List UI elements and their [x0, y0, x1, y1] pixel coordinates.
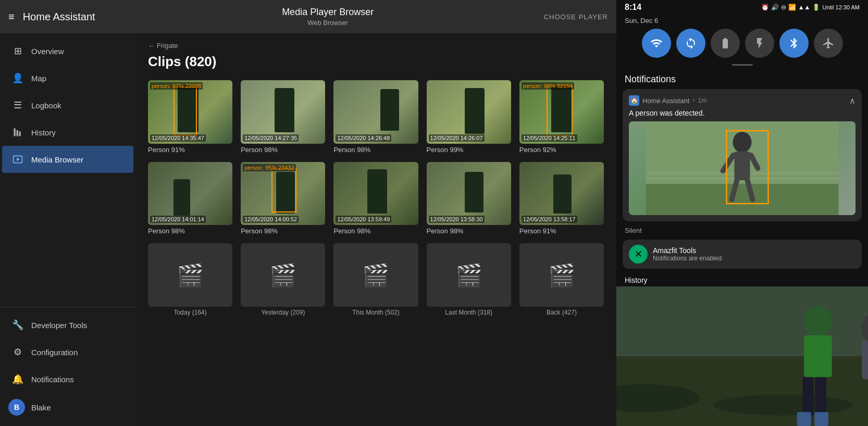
- dnd-icon: ⊖: [781, 4, 786, 11]
- player-title: Media Player Browser: [112, 7, 544, 18]
- svg-rect-21: [804, 335, 832, 377]
- battery-icon: 🔋: [812, 4, 820, 11]
- amazfit-title: Amazfit Tools: [653, 246, 855, 255]
- svg-point-20: [804, 306, 832, 337]
- quick-tile-battery-saver[interactable]: [711, 29, 740, 58]
- clip-card-4[interactable]: 12/05/2020 14:26:07 Person 99%: [427, 80, 511, 154]
- sidebar-label-history: History: [31, 128, 56, 137]
- sidebar-label-notifications: Notifications: [31, 375, 74, 384]
- sidebar-item-map[interactable]: 👤 Map: [2, 65, 133, 92]
- app-title: Home Assistant: [23, 11, 95, 23]
- clip-thumb-7: person: 95% 23432 12/05/2020 14:00:52: [241, 162, 325, 225]
- android-bg-bottom: [616, 286, 868, 426]
- quick-tile-flashlight[interactable]: [745, 29, 774, 58]
- clip-card-1[interactable]: person: 97% 29988 12/05/2020 14:35:47 Pe…: [148, 80, 232, 154]
- svg-rect-25: [862, 341, 868, 380]
- clip-thumb-2: 12/05/2020 14:27:35: [241, 80, 325, 144]
- amazfit-notification-card[interactable]: ✕ Amazfit Tools Notifications are enable…: [623, 240, 862, 269]
- quick-tile-sync[interactable]: [676, 29, 705, 58]
- clip-label-12: Yesterday (209): [241, 309, 325, 316]
- clip-label-7: Person 98%: [241, 227, 325, 235]
- back-link[interactable]: Frigate: [148, 42, 604, 49]
- clip-card-15[interactable]: 🎬 Back (427): [519, 243, 604, 316]
- battery-time: Until 12:30 AM: [822, 4, 860, 10]
- clip-card-8[interactable]: 12/05/2020 13:59:49 Person 98%: [333, 162, 418, 235]
- clip-card-7[interactable]: person: 95% 23432 12/05/2020 14:00:52 Pe…: [241, 162, 325, 235]
- ha-content: Frigate Clips (820) person: 97% 29988 12…: [135, 33, 616, 426]
- clip-card-3[interactable]: 12/05/2020 14:26:48 Person 98%: [333, 80, 418, 154]
- clip-label-13: This Month (502): [333, 309, 418, 316]
- sidebar-item-history[interactable]: History: [2, 119, 133, 146]
- android-date-bar: Sun, Dec 6: [616, 15, 868, 29]
- clip-thumb-8: 12/05/2020 13:59:49: [333, 162, 418, 225]
- quick-tile-airplane[interactable]: [814, 29, 843, 58]
- clip-card-2[interactable]: 12/05/2020 14:27:35 Person 98%: [241, 80, 325, 154]
- video-icon-12: 🎬: [269, 262, 296, 288]
- sidebar-label-media-browser: Media Browser: [31, 155, 83, 164]
- clip-thumb-13: 🎬: [333, 243, 418, 307]
- svg-rect-22: [802, 377, 813, 416]
- sidebar-item-configuration[interactable]: ⚙ Configuration: [2, 339, 133, 366]
- sidebar-item-notifications[interactable]: 🔔 Notifications: [2, 366, 133, 393]
- clip-thumb-5: person: 96% 32154 12/05/2020 14:25:11: [519, 80, 604, 144]
- clip-card-5[interactable]: person: 96% 32154 12/05/2020 14:25:11 Pe…: [519, 80, 604, 154]
- map-icon: 👤: [10, 71, 25, 85]
- android-date: Sun, Dec 6: [625, 17, 658, 24]
- amazfit-texts: Amazfit Tools Notifications are enabled: [653, 246, 855, 262]
- quick-tile-bluetooth[interactable]: [779, 29, 809, 58]
- history-label: History: [616, 271, 868, 286]
- notifications-icon: 🔔: [10, 372, 25, 386]
- clip-thumb-12: 🎬: [241, 243, 325, 307]
- clip-label-2: Person 98%: [241, 146, 325, 154]
- menu-icon[interactable]: ≡: [8, 11, 15, 23]
- android-panel: 8:14 ⏰ 🔊 ⊖ 📶 ▲▲ 🔋 Until 12:30 AM Sun, De…: [616, 0, 868, 426]
- logbook-icon: ☰: [10, 98, 25, 112]
- clip-label-3: Person 98%: [333, 146, 418, 154]
- svg-rect-27: [814, 412, 828, 426]
- choose-player-button[interactable]: CHOOSE PLAYER: [544, 13, 608, 21]
- clip-label-6: Person 98%: [148, 227, 232, 235]
- volume-icon: 🔊: [771, 4, 779, 11]
- clip-label-10: Person 91%: [519, 227, 604, 235]
- clip-card-6[interactable]: 12/05/2020 14:01:14 Person 98%: [148, 162, 232, 235]
- svg-rect-1: [17, 130, 18, 136]
- sidebar-label-logbook: Logbook: [31, 101, 61, 110]
- wifi-icon: 📶: [788, 4, 796, 11]
- clip-card-9[interactable]: 12/05/2020 13:58:30 Person 98%: [427, 162, 511, 235]
- clips-title: Clips (820): [148, 54, 604, 70]
- clip-label-14: Last Month (318): [427, 309, 511, 316]
- media-browser-icon: [10, 152, 25, 167]
- clip-card-10[interactable]: 12/05/2020 13:58:17 Person 91%: [519, 162, 604, 235]
- sidebar-item-media-browser[interactable]: Media Browser: [2, 146, 133, 173]
- clip-thumb-15: 🎬: [519, 243, 604, 307]
- ha-user[interactable]: B Blake: [0, 393, 135, 422]
- sidebar-item-overview[interactable]: ⊞ Overview: [2, 37, 133, 65]
- notif-expand-icon[interactable]: ∧: [849, 96, 855, 106]
- ha-notif-icon: 🏠: [629, 95, 639, 106]
- clip-thumb-11: 🎬: [148, 243, 232, 307]
- ha-sidebar: ⊞ Overview 👤 Map ☰ Logbook History: [0, 33, 135, 426]
- sidebar-item-logbook[interactable]: ☰ Logbook: [2, 92, 133, 119]
- android-ha-notification-card[interactable]: 🏠 Home Assistant • 1m ∧ A person was det…: [623, 89, 862, 221]
- ha-topbar: ≡ Home Assistant Media Player Browser We…: [0, 0, 616, 33]
- svg-rect-0: [14, 129, 16, 136]
- clip-card-11[interactable]: 🎬 Today (164): [148, 243, 232, 316]
- ha-body: ⊞ Overview 👤 Map ☰ Logbook History: [0, 33, 616, 426]
- sidebar-label-configuration: Configuration: [31, 348, 78, 357]
- clip-label-4: Person 99%: [427, 146, 511, 154]
- clip-label-1: Person 91%: [148, 146, 232, 154]
- svg-rect-10: [735, 152, 750, 180]
- clip-card-13[interactable]: 🎬 This Month (502): [333, 243, 418, 316]
- svg-point-19: [713, 395, 853, 416]
- notif-dot: •: [692, 97, 695, 104]
- username: Blake: [31, 403, 51, 412]
- quick-tile-wifi[interactable]: [642, 29, 671, 58]
- clip-card-12[interactable]: 🎬 Yesterday (209): [241, 243, 325, 316]
- android-notifications-header: Notifications: [616, 70, 868, 87]
- clip-card-14[interactable]: 🎬 Last Month (318): [427, 243, 511, 316]
- sidebar-item-developer-tools[interactable]: 🔧 Developer Tools: [2, 311, 133, 339]
- clip-label-8: Person 98%: [333, 227, 418, 235]
- clip-label-5: Person 92%: [519, 146, 604, 154]
- svg-rect-6: [646, 184, 839, 215]
- clip-thumb-6: 12/05/2020 14:01:14: [148, 162, 232, 225]
